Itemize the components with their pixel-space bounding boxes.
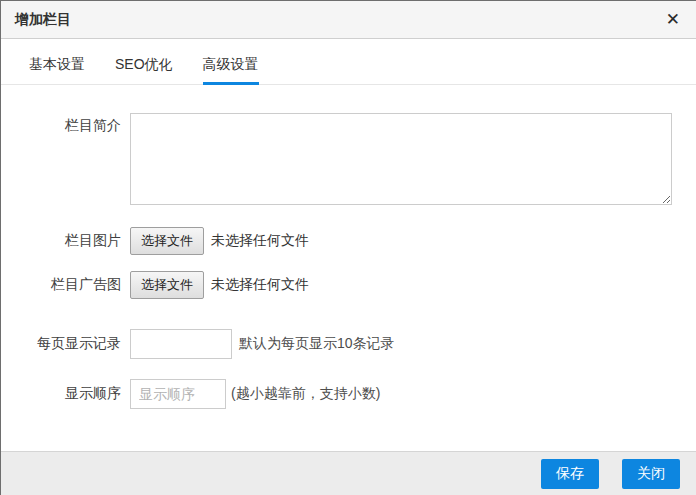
dialog-title: 增加栏目	[15, 11, 71, 29]
page-size-input[interactable]	[130, 329, 232, 359]
column-image-choose-file-button[interactable]: 选择文件	[130, 227, 204, 255]
page-size-hint: 默认为每页显示10条记录	[239, 335, 395, 353]
tab-advanced-settings[interactable]: 高级设置	[203, 56, 259, 84]
row-column-intro: 栏目简介	[1, 113, 672, 205]
display-order-hint: (越小越靠前，支持小数)	[231, 385, 380, 403]
column-image-file-status: 未选择任何文件	[211, 232, 309, 250]
tab-basic-settings[interactable]: 基本设置	[29, 56, 85, 84]
tab-bar: 基本设置 SEO优化 高级设置	[1, 56, 696, 85]
add-column-dialog: 增加栏目 ✕ 基本设置 SEO优化 高级设置 栏目简介 栏目图片 选择文件 未选…	[0, 0, 696, 495]
column-intro-label: 栏目简介	[1, 117, 121, 135]
form-area: 栏目简介 栏目图片 选择文件 未选择任何文件 栏目广告图 选择文件 未选择任何文…	[1, 85, 696, 451]
row-page-size: 每页显示记录 默认为每页显示10条记录	[1, 329, 672, 359]
tab-seo-optimization[interactable]: SEO优化	[115, 56, 173, 84]
column-ad-image-label: 栏目广告图	[1, 276, 121, 294]
column-ad-image-choose-file-button[interactable]: 选择文件	[130, 271, 204, 299]
column-intro-textarea[interactable]	[130, 113, 672, 205]
row-column-image: 栏目图片 选择文件 未选择任何文件	[1, 227, 672, 255]
dialog-footer: 保存 关闭	[1, 451, 696, 495]
close-button[interactable]: 关闭	[622, 459, 680, 489]
column-ad-image-file-status: 未选择任何文件	[211, 276, 309, 294]
dialog-header: 增加栏目 ✕	[1, 1, 696, 39]
column-image-label: 栏目图片	[1, 232, 121, 250]
save-button[interactable]: 保存	[541, 459, 599, 489]
row-display-order: 显示顺序 (越小越靠前，支持小数)	[1, 379, 672, 409]
page-size-label: 每页显示记录	[1, 335, 121, 353]
display-order-input[interactable]	[130, 379, 226, 409]
display-order-label: 显示顺序	[1, 385, 121, 403]
close-icon[interactable]: ✕	[666, 11, 680, 28]
row-column-ad-image: 栏目广告图 选择文件 未选择任何文件	[1, 271, 672, 299]
